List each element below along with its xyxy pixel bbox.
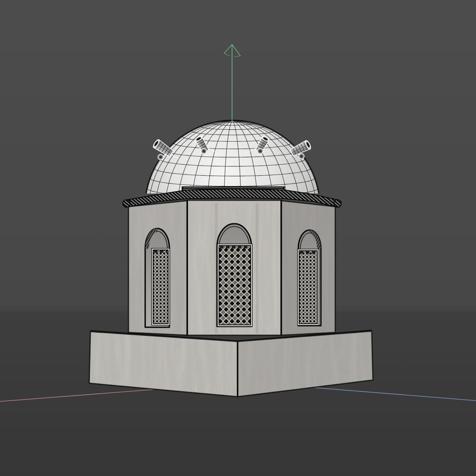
window-front[interactable] bbox=[217, 224, 252, 326]
window-left[interactable] bbox=[145, 228, 170, 327]
lattice-grille bbox=[153, 250, 168, 324]
lattice-grille bbox=[219, 246, 251, 325]
viewport-3d[interactable] bbox=[0, 0, 476, 476]
window-right[interactable] bbox=[298, 230, 321, 326]
cornice-end-cap bbox=[123, 200, 131, 207]
cornice-end-cap bbox=[334, 200, 342, 207]
lattice-grille bbox=[299, 251, 317, 324]
viewport-canvas[interactable] bbox=[0, 0, 476, 476]
